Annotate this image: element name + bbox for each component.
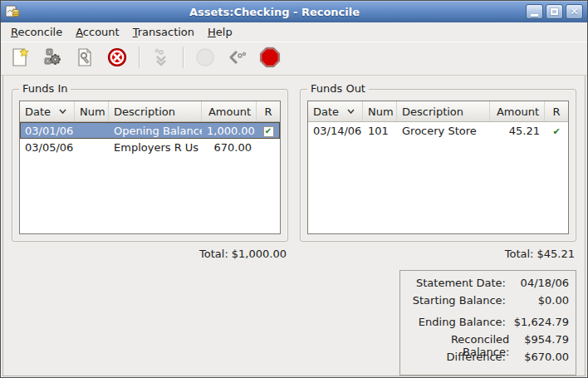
balance-summary: Statement Date: 04/18/06 Starting Balanc…: [399, 270, 576, 376]
sort-desc-icon: [59, 109, 66, 114]
funds-in-table: Date Num Description Amount R 03/01/06 O…: [19, 101, 281, 234]
menu-account[interactable]: Account: [69, 23, 126, 41]
column-header-date[interactable]: Date: [20, 101, 75, 121]
maximize-icon: [551, 8, 558, 15]
postpone-button[interactable]: [227, 47, 248, 68]
summary-row-statement-date: Statement Date: 04/18/06: [407, 277, 569, 294]
table-row[interactable]: 03/14/06 101 Grocery Store 45.21 ✔: [308, 122, 568, 139]
column-header-description[interactable]: Description: [397, 101, 490, 121]
check-icon: ✔: [552, 126, 560, 137]
new-transaction-button[interactable]: [9, 47, 31, 68]
menu-help[interactable]: Help: [201, 23, 239, 41]
summary-row-starting-balance: Starting Balance: $0.00: [407, 294, 569, 312]
menu-transaction[interactable]: Transaction: [126, 23, 201, 41]
delete-icon: [106, 47, 128, 68]
column-header-reconciled[interactable]: R: [257, 101, 280, 121]
stop-sign-icon: [259, 47, 281, 68]
totals-row: Total:$1,000.00 Total:$45.21: [12, 248, 576, 260]
edit-button[interactable]: [74, 47, 96, 68]
summary-row-ending-balance: Ending Balance: $1,624.79: [407, 316, 569, 333]
reconcile-toggle[interactable]: ✔: [545, 125, 568, 137]
funds-out-total: Total:$45.21: [300, 248, 576, 260]
funds-in-total: Total:$1,000.00: [12, 248, 288, 260]
open-button[interactable]: [150, 47, 172, 68]
column-header-reconciled[interactable]: R: [545, 101, 568, 121]
funds-out-label: Funds Out: [307, 82, 369, 95]
column-header-amount[interactable]: Amount: [490, 101, 545, 121]
summary-row-reconciled-balance: Reconciled Balance: $954.79: [407, 333, 569, 351]
funds-out-table: Date Num Description Amount R 03/14/06 1…: [307, 101, 569, 234]
funds-in-label: Funds In: [19, 82, 71, 95]
table-row[interactable]: 03/05/06 Employers R Us 670.00: [20, 139, 280, 155]
reconcile-toggle[interactable]: ✔: [257, 124, 280, 137]
menubar: Reconcile Account Transaction Help: [1, 22, 587, 42]
toolbar: [1, 42, 587, 76]
finish-button[interactable]: [194, 47, 216, 68]
close-button[interactable]: ✕: [566, 4, 583, 19]
column-header-num[interactable]: Num: [363, 101, 397, 121]
chevron-down-dots-icon: [150, 47, 172, 68]
gnucash-window-icon[interactable]: [5, 5, 20, 18]
menu-reconcile[interactable]: Reconcile: [4, 23, 69, 41]
finish-circle-icon: [194, 47, 216, 68]
column-header-amount[interactable]: Amount: [202, 101, 257, 121]
funds-out-header: Date Num Description Amount R: [308, 101, 568, 122]
funds-in-panel: Funds In Date Num Description Amount R 0…: [12, 89, 288, 242]
funds-out-panel: Funds Out Date Num Description Amount R …: [300, 89, 576, 242]
table-row[interactable]: 03/01/06 Opening Balance 1,000.00 ✔: [20, 122, 280, 139]
column-header-description[interactable]: Description: [109, 101, 202, 121]
column-header-date[interactable]: Date: [308, 101, 363, 121]
toolbar-separator: [139, 47, 140, 68]
reconcile-window: Assets:Checking - Reconcile ✕ Reconcile …: [0, 0, 588, 378]
minimize-icon: [531, 14, 538, 17]
balance-button[interactable]: [42, 47, 63, 68]
chevron-left-dots-icon: [227, 47, 248, 68]
window-title: Assets:Checking - Reconcile: [23, 6, 526, 18]
minimize-button[interactable]: [526, 4, 543, 19]
funds-in-header: Date Num Description Amount R: [20, 101, 280, 122]
titlebar[interactable]: Assets:Checking - Reconcile ✕: [1, 1, 587, 22]
column-header-num[interactable]: Num: [75, 101, 109, 121]
new-document-star-icon: [9, 47, 31, 68]
close-icon: ✕: [570, 7, 578, 17]
content-area: Funds In Date Num Description Amount R 0…: [2, 76, 586, 376]
toolbar-separator: [183, 47, 184, 68]
document-wrench-icon: [74, 47, 96, 68]
sort-desc-icon: [347, 109, 355, 114]
delete-button[interactable]: [106, 47, 128, 68]
gears-icon: [42, 47, 63, 68]
cancel-button[interactable]: [259, 47, 281, 68]
checked-checkbox-icon: ✔: [263, 126, 274, 137]
maximize-button[interactable]: [546, 4, 563, 19]
